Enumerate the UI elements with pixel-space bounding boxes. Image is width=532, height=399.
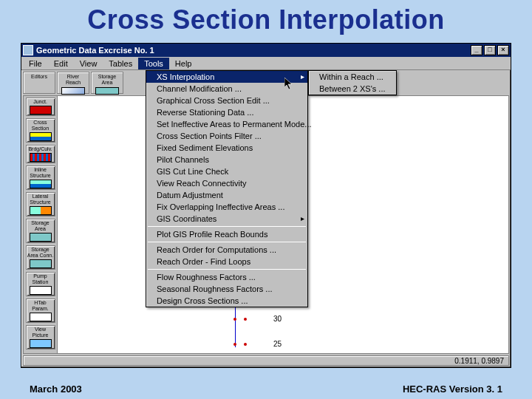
footer-version: HEC-RAS Version 3. 1 [403, 383, 502, 395]
menu-item-graphical-cross-section-edit[interactable]: Graphical Cross Section Edit ... [146, 95, 307, 106]
menu-separator [148, 269, 306, 270]
titlebar[interactable]: Geometric Data Excrcise No. 1 _ □ × [21, 44, 511, 57]
menu-view[interactable]: View [74, 58, 103, 69]
tool-swatch-icon [30, 339, 52, 348]
slide-title: Cross Section Interpolation [0, 0, 532, 38]
slide-footer: March 2003 HEC-RAS Version 3. 1 [0, 383, 532, 395]
menu-item-gis-cut-line-check[interactable]: GIS Cut Line Check [146, 166, 307, 177]
menu-item-datum-adjustment[interactable]: Datum Adjustment [146, 189, 307, 201]
status-bar: 0.1911, 0.9897 [23, 355, 509, 366]
tool-storage-area-conn-[interactable]: Storage Area Conn. [26, 245, 55, 270]
node-dot [233, 343, 236, 346]
editors-cell: Editors [23, 72, 55, 94]
tool-swatch-icon [30, 286, 52, 295]
tool-lateral-structure[interactable]: Lateral Structure [26, 192, 55, 216]
menu-item-set-ineffective-areas-to-permanent-mode[interactable]: Set Ineffective Areas to Permanent Mode.… [146, 118, 307, 130]
menu-item-reach-order-find-loops[interactable]: Reach Order - Find Loops [146, 256, 307, 267]
menu-item-gis-coordinates[interactable]: GIS Coordinates [146, 213, 307, 225]
xs-label: 30 [273, 315, 282, 323]
menu-item-view-reach-connectivity[interactable]: View Reach Connectivity [146, 177, 307, 189]
menu-separator [148, 242, 306, 242]
tool-swatch-icon [30, 153, 52, 162]
geometric-data-window: Geometric Data Excrcise No. 1 _ □ × File… [21, 43, 511, 368]
xs-label: 25 [273, 340, 282, 348]
tool-view-picture[interactable]: View Picture [26, 325, 55, 349]
menu-item-reverse-stationing-data[interactable]: Reverse Stationing Data ... [146, 106, 307, 118]
menu-item-pilot-channels[interactable]: Pilot Channels [146, 154, 307, 166]
storage-area-tool[interactable]: Storage Area [91, 72, 123, 94]
tools-menu[interactable]: XS InterpolationChannel Modification ...… [146, 70, 308, 307]
close-button[interactable]: × [497, 45, 509, 55]
tool-cross-section[interactable]: Cross Section [26, 118, 55, 143]
menu-tables[interactable]: Tables [103, 58, 138, 69]
submenu-item-within-a-reach[interactable]: Within a Reach ... [309, 71, 396, 83]
xs-interpolation-submenu[interactable]: Within a Reach ...Between 2 XS's ... [308, 70, 397, 95]
window-title: Geometric Data Excrcise No. 1 [36, 46, 154, 55]
tool-swatch-icon [30, 233, 52, 242]
tool-brdg-culv-[interactable]: Brdg/Culv. [26, 145, 55, 163]
tool-htab-param-[interactable]: HTab Param. [26, 299, 55, 323]
menu-help[interactable]: Help [169, 58, 198, 69]
tool-swatch-icon [30, 206, 52, 215]
tool-swatch-icon [30, 259, 52, 268]
footer-date: March 2003 [30, 383, 82, 395]
menu-item-fixed-sediment-elevations[interactable]: Fixed Sediment Elevations [146, 142, 307, 154]
tool-pump-station[interactable]: Pump Station [26, 272, 55, 296]
maximize-button[interactable]: □ [484, 45, 496, 55]
menu-item-cross-section-points-filter[interactable]: Cross Section Points Filter ... [146, 130, 307, 142]
tool-swatch-icon [30, 313, 52, 321]
menubar[interactable]: File Edit View Tables Tools Help [21, 57, 511, 70]
menu-tools[interactable]: Tools [138, 58, 169, 69]
menu-edit[interactable]: Edit [48, 58, 74, 69]
cursor-coords: 0.1911, 0.9897 [454, 357, 504, 365]
tool-inline-structure[interactable]: Inline Structure [26, 166, 55, 190]
menu-item-xs-interpolation[interactable]: XS Interpolation [146, 71, 307, 83]
river-reach-tool[interactable]: River Reach [57, 72, 89, 94]
app-icon [23, 45, 33, 55]
node-dot [244, 343, 247, 346]
tool-swatch-icon [30, 180, 52, 188]
tool-swatch-icon [30, 132, 52, 141]
minimize-button[interactable]: _ [471, 45, 482, 55]
left-toolbar: Junct.Cross SectionBrdg/Culv.Inline Stru… [24, 96, 58, 353]
menu-item-flow-roughness-factors[interactable]: Flow Roughness Factors ... [146, 271, 307, 283]
submenu-item-between-xs-s[interactable]: Between 2 XS's ... [309, 83, 396, 95]
menu-item-fix-overlapping-ineffective-areas[interactable]: Fix Overlapping Ineffective Areas ... [146, 201, 307, 213]
node-dot [233, 318, 236, 321]
menu-item-plot-gis-profile-reach-bounds[interactable]: Plot GIS Profile Reach Bounds [146, 228, 307, 240]
menu-separator [148, 226, 306, 227]
menu-item-seasonal-roughness-factors[interactable]: Seasonal Roughness Factors ... [146, 283, 307, 295]
node-dot [244, 318, 247, 321]
menu-item-design-cross-sections[interactable]: Design Cross Sections ... [146, 295, 307, 307]
mouse-cursor-icon [284, 78, 293, 91]
menu-item-reach-order-for-computations[interactable]: Reach Order for Computations ... [146, 244, 307, 256]
tool-junct-[interactable]: Junct. [26, 98, 55, 116]
menu-file[interactable]: File [23, 58, 48, 69]
menu-item-channel-modification[interactable]: Channel Modification ... [146, 83, 307, 95]
tool-storage-area[interactable]: Storage Area [26, 219, 55, 243]
tool-swatch-icon [30, 106, 52, 115]
